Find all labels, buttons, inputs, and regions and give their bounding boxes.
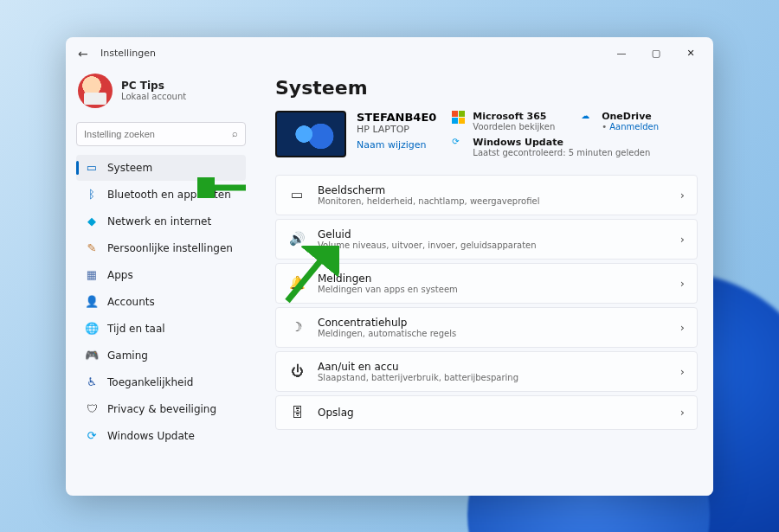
sidebar-item-bluetooth-en-apparaten[interactable]: ᛒBluetooth en apparaten — [76, 182, 246, 208]
sidebar-item-label: Systeem — [107, 162, 152, 174]
titlebar: ← Instellingen — ▢ ✕ — [66, 37, 713, 70]
card-title: Geluid — [318, 228, 668, 240]
time-icon: 🌐 — [85, 322, 99, 336]
chevron-right-icon: › — [680, 277, 685, 290]
sound-icon: 🔊 — [288, 231, 306, 247]
sidebar-item-tijd-en-taal[interactable]: 🌐Tijd en taal — [76, 316, 246, 342]
back-button[interactable]: ← — [78, 47, 95, 61]
rename-link[interactable]: Naam wijzigen — [357, 139, 427, 151]
cards-list: ▭ Beeldscherm Monitoren, helderheid, nac… — [275, 175, 698, 430]
profile-sub: Lokaal account — [121, 92, 186, 101]
settings-window: ← Instellingen — ▢ ✕ PC Tips Lokaal acco… — [66, 37, 713, 496]
sidebar-item-privacy-beveiliging[interactable]: 🛡Privacy & beveiliging — [76, 396, 246, 422]
card-sub: Volume niveaus, uitvoer, invoer, geluids… — [318, 240, 668, 250]
profile-block[interactable]: PC Tips Lokaal account — [76, 74, 246, 117]
card-beeldscherm[interactable]: ▭ Beeldscherm Monitoren, helderheid, nac… — [275, 175, 698, 215]
sidebar-item-label: Apps — [107, 269, 133, 281]
ms365-cell[interactable]: Microsoft 365 Voordelen bekijken — [452, 111, 569, 131]
search-box[interactable]: ⌕ — [76, 122, 246, 146]
monitor-icon: ▭ — [288, 187, 306, 202]
sidebar-item-systeem[interactable]: ▭Systeem — [76, 155, 246, 181]
sidebar-item-label: Toegankelijkheid — [107, 376, 193, 388]
card-geluid[interactable]: 🔊 Geluid Volume niveaus, uitvoer, invoer… — [275, 219, 698, 260]
card-title: Aan/uit en accu — [318, 361, 668, 373]
onedrive-title: OneDrive — [602, 111, 659, 122]
card-title: Beeldscherm — [318, 184, 668, 196]
privacy-icon: 🛡 — [85, 402, 99, 416]
chevron-right-icon: › — [680, 233, 685, 246]
sidebar-item-label: Windows Update — [107, 430, 195, 442]
nav-list: ▭SysteemᛒBluetooth en apparaten◆Netwerk … — [76, 155, 246, 449]
sidebar-item-persoonlijke-instellingen[interactable]: ✎Persoonlijke instellingen — [76, 235, 246, 261]
sidebar-item-label: Netwerk en internet — [107, 215, 211, 228]
cloud-grid: Microsoft 365 Voordelen bekijken ☁ OneDr… — [452, 111, 698, 157]
winupdate-sub: Laatst gecontroleerd: 5 minuten geleden — [473, 148, 650, 157]
window-title: Instellingen — [100, 48, 156, 59]
profile-name: PC Tips — [121, 80, 186, 92]
apps-icon: ▦ — [85, 268, 99, 282]
sidebar-item-netwerk-en-internet[interactable]: ◆Netwerk en internet — [76, 208, 246, 234]
ms365-icon — [452, 111, 466, 125]
minimize-button[interactable]: — — [604, 41, 639, 67]
card-title: Concentratiehulp — [318, 317, 668, 329]
card-sub: Monitoren, helderheid, nachtlamp, weerga… — [318, 196, 668, 206]
sidebar-item-label: Privacy & beveiliging — [107, 403, 216, 415]
winupdate-title: Windows Update — [473, 137, 650, 148]
card-sub: Meldingen, automatische regels — [318, 329, 668, 338]
sidebar-item-label: Persoonlijke instellingen — [107, 242, 233, 254]
main-panel: Systeem STEFANB4E0 HP LAPTOP Naam wijzig… — [254, 70, 713, 496]
sidebar-item-label: Tijd en taal — [107, 323, 165, 335]
onedrive-cell[interactable]: ☁ OneDrive • Aanmelden — [581, 111, 698, 131]
page-title: Systeem — [275, 77, 698, 99]
onedrive-icon: ☁ — [581, 111, 595, 125]
card-aan-uit-en-accu[interactable]: ⏻ Aan/uit en accu Slaapstand, batterijve… — [275, 351, 698, 392]
device-model: HP LAPTOP — [357, 124, 436, 135]
update-icon: ⟳ — [452, 137, 466, 151]
personalize-icon: ✎ — [85, 241, 99, 255]
card-sub: Meldingen van apps en systeem — [318, 285, 668, 294]
sidebar-item-toegankelijkheid[interactable]: ♿Toegankelijkheid — [76, 369, 246, 395]
card-concentratiehulp[interactable]: ☽ Concentratiehulp Meldingen, automatisc… — [275, 307, 698, 348]
maximize-button[interactable]: ▢ — [639, 41, 673, 67]
accounts-icon: 👤 — [85, 295, 99, 309]
chevron-right-icon: › — [680, 365, 685, 378]
sidebar-item-label: Bluetooth en apparaten — [107, 189, 231, 201]
bottom-fade — [254, 473, 713, 496]
card-title: Opslag — [318, 407, 668, 419]
card-opslag[interactable]: 🗄 Opslag › — [275, 395, 698, 430]
card-sub: Slaapstand, batterijverbruik, batterijbe… — [318, 373, 668, 382]
sidebar-item-label: Accounts — [107, 296, 155, 308]
card-meldingen[interactable]: 🔔 Meldingen Meldingen van apps en systee… — [275, 263, 698, 304]
gaming-icon: 🎮 — [85, 349, 99, 362]
onedrive-signin[interactable]: Aanmelden — [609, 122, 659, 131]
update-icon: ⟳ — [85, 429, 99, 443]
sidebar-item-gaming[interactable]: 🎮Gaming — [76, 343, 246, 369]
winupdate-cell[interactable]: ⟳ Windows Update Laatst gecontroleerd: 5… — [452, 137, 698, 157]
ms365-title: Microsoft 365 — [473, 111, 555, 122]
device-name: STEFANB4E0 — [357, 111, 436, 124]
accessibility-icon: ♿ — [85, 375, 99, 389]
bluetooth-icon: ᛒ — [85, 188, 99, 202]
network-icon: ◆ — [85, 215, 99, 228]
display-icon: ▭ — [85, 161, 99, 175]
card-title: Meldingen — [318, 272, 668, 285]
device-image — [275, 111, 346, 157]
focus-icon: ☽ — [288, 319, 306, 335]
chevron-right-icon: › — [680, 406, 685, 419]
sidebar-item-windows-update[interactable]: ⟳Windows Update — [76, 423, 246, 449]
chevron-right-icon: › — [680, 189, 685, 202]
bell-icon: 🔔 — [288, 275, 306, 291]
storage-icon: 🗄 — [288, 405, 306, 420]
sidebar: PC Tips Lokaal account ⌕ ▭SysteemᛒBlueto… — [66, 70, 254, 496]
device-block: STEFANB4E0 HP LAPTOP Naam wijzigen — [275, 111, 436, 157]
search-input[interactable] — [84, 129, 232, 139]
search-icon: ⌕ — [232, 128, 238, 139]
sidebar-item-apps[interactable]: ▦Apps — [76, 262, 246, 288]
sidebar-item-label: Gaming — [107, 349, 148, 362]
sidebar-item-accounts[interactable]: 👤Accounts — [76, 289, 246, 315]
chevron-right-icon: › — [680, 321, 685, 334]
avatar — [78, 74, 113, 108]
power-icon: ⏻ — [288, 363, 306, 379]
ms365-sub: Voordelen bekijken — [473, 122, 555, 131]
close-button[interactable]: ✕ — [673, 41, 708, 67]
